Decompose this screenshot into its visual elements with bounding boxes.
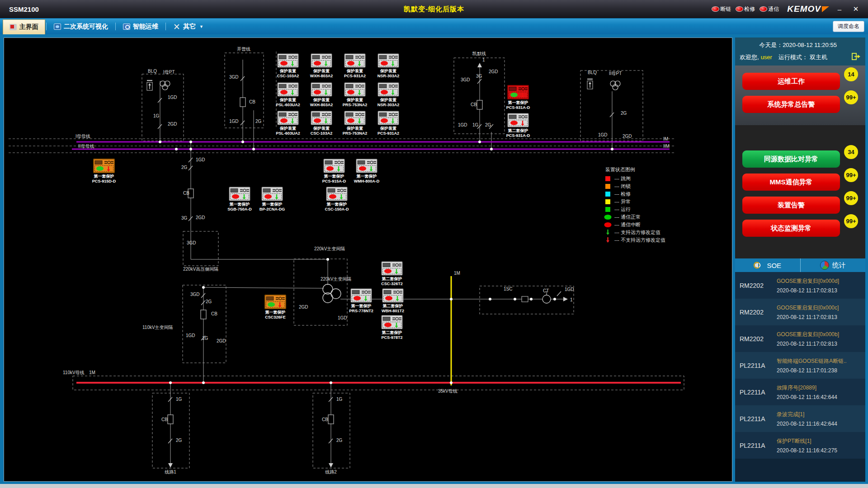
event-time: 2020-08-12 11:17:01:238 [777, 367, 863, 374]
event-row[interactable]: RM2202GOOSE重启复归[0x000c]2020-08-12 11:17:… [735, 299, 865, 325]
protection-device[interactable]: 保护装置CSC-103A2 [277, 54, 299, 78]
protection-device[interactable]: 保护装置WXH-803A2 [310, 83, 333, 107]
event-row[interactable]: RM2202GOOSE重启复归[0x000b]2020-08-12 11:17:… [735, 325, 865, 352]
device-model: CSC-103A2 [277, 74, 299, 78]
protection-device[interactable]: 第一套保护CSC-150A-D [325, 187, 349, 211]
alert-button-5[interactable]: 状态监测异常 [742, 220, 840, 237]
device-model: CSC-150A-D [325, 207, 349, 211]
junction-dot [489, 298, 491, 300]
diagram-label: 线路2 [325, 469, 337, 474]
junction-dot [530, 298, 533, 300]
diagram-label: 1GD [458, 122, 467, 127]
event-text: GOOSE重启复归[0x000b] [777, 331, 863, 338]
device-label: 第二套保护 [508, 128, 528, 133]
current-date: 今天是：2020-08-12 11:20:55 [740, 41, 861, 49]
event-row[interactable]: RM2202GOOSE重启复归[0x000d]2020-08-12 11:17:… [735, 272, 865, 299]
dispatch-naming-button[interactable]: 调度命名 [833, 21, 864, 32]
protection-device[interactable]: 第一套保护PRS-778NT2 [349, 289, 373, 313]
diagram-label: IM [663, 136, 668, 141]
protection-device[interactable]: 保护装置PSL-603UA2 [276, 83, 300, 107]
tab-main-screen[interactable]: 主界面 [3, 19, 45, 34]
event-device: PL2211A [735, 379, 777, 405]
alert-button-0[interactable]: 运维工作 [742, 73, 840, 90]
junction-dot [611, 148, 613, 150]
tab-soe[interactable]: SOE [735, 258, 801, 272]
event-text: 智能终端GOOSE链路A断链.. [777, 357, 863, 365]
protection-device[interactable]: 保护装置WXH-803A2 [310, 54, 333, 78]
menu-separator [115, 23, 116, 30]
device-label: 保护装置 [346, 98, 363, 102]
tab-secondary-visualization[interactable]: 二次系统可视化 [47, 19, 114, 34]
protection-device[interactable]: 第二套保护PCS-931A-D [506, 113, 530, 138]
main-screen-icon [9, 24, 17, 30]
protection-device[interactable]: 保护装置NSR-303A2 [377, 54, 400, 78]
alert-buttons-bottom: 同源数据比对异常34MMS通信异常99+装置告警99+状态监测异常99+ [735, 125, 865, 258]
diagram-label: 1GD [565, 287, 574, 292]
protection-device[interactable]: 保护装置PCS-931A2 [344, 54, 366, 78]
protection-device[interactable]: 保护装置PSL-603UA2 [276, 111, 300, 136]
protection-device[interactable]: 保护装置CSC-103A2 [311, 111, 333, 136]
legend-item-label: --- 通信中断 [614, 222, 641, 227]
diagram-label: II母PT [609, 71, 622, 76]
protection-device[interactable]: 第二套保护WBH-801T2 [382, 289, 404, 313]
tab-statistics[interactable]: 统计 [801, 258, 866, 272]
diagram-label: 1GD [168, 95, 177, 100]
device-model: PCS-931A2 [377, 131, 399, 136]
diagram-label: 3G [476, 74, 482, 79]
junction-dot [478, 141, 481, 143]
diagram-label: 3GD [190, 292, 200, 297]
diagram-label: 2G [485, 122, 491, 127]
device-label: 保护装置 [279, 98, 296, 102]
tab-smart-ops[interactable]: 智能运维 [117, 19, 165, 34]
alert-button-row: 同源数据比对异常34 [742, 150, 840, 168]
device-model: BP-2CNA-DG [259, 207, 285, 211]
device-model: WMH-800A-D [354, 179, 380, 183]
event-row[interactable]: PL2211A保护PT断线[1]2020-08-12 11:16:42:275 [735, 432, 865, 459]
protection-device[interactable]: 第一套保护PCS-931A-D [506, 85, 530, 110]
alert-button-4[interactable]: 装置告警 [742, 197, 840, 214]
minimize-button[interactable]: – [834, 5, 845, 13]
protection-device[interactable]: 第一套保护PCS-915A-D [322, 159, 346, 183]
protection-device[interactable]: 第一套保护SGB-750A-D [227, 187, 252, 211]
device-label: 保护装置 [313, 69, 330, 73]
alert-button-3[interactable]: MMS通信异常 [742, 174, 840, 191]
alert-button-1[interactable]: 系统异常总告警 [742, 96, 840, 113]
alert-button-row: 运维工作14 [742, 73, 840, 90]
event-device: PL2211A [735, 405, 777, 432]
diagram-label: 2GD [299, 305, 308, 310]
protection-device[interactable]: 保护装置PRS-753NA2 [343, 111, 368, 136]
logout-icon[interactable] [852, 53, 861, 61]
bay-box [225, 53, 264, 128]
device-model: PRS-753NA2 [343, 103, 368, 107]
diagram-label: 110kV母线 [63, 370, 85, 375]
protection-device[interactable]: 保护装置NSR-303A2 [377, 83, 400, 107]
device-label: 保护装置 [313, 126, 330, 131]
event-row[interactable]: PL2211A智能终端GOOSE链路A断链..2020-08-12 11:17:… [735, 352, 865, 379]
diagram-label: 3GD [461, 77, 470, 82]
tab-other[interactable]: 其它 ▼ [167, 19, 210, 34]
alert-button-2[interactable]: 同源数据比对异常 [742, 150, 840, 168]
junction-dot [252, 148, 255, 150]
protection-device[interactable]: 第一套保护WMH-800A-D [354, 159, 380, 183]
event-time: 2020-08-12 11:17:02:813 [777, 341, 863, 347]
welcome-label: 欢迎您, [740, 53, 759, 61]
event-text: GOOSE重启复归[0x000d] [777, 277, 863, 285]
legend-swatch [605, 176, 610, 181]
junction-dot [189, 141, 192, 143]
device-model: WXH-803A2 [310, 103, 333, 107]
diagram-label: I母PT [163, 70, 175, 75]
protection-device[interactable]: 保护装置PCS-931A2 [377, 111, 399, 136]
maintenance-led-icon [736, 6, 743, 12]
protection-device[interactable]: 第一套保护BP-2CNA-DG [259, 187, 285, 211]
close-button[interactable]: ✕ [850, 5, 862, 13]
protection-device[interactable]: 保护装置PRS-753NA2 [343, 83, 368, 107]
protection-device[interactable]: 第一套保护PCS-915D-D [92, 159, 116, 183]
protection-device[interactable]: 第一套保护CSC326FE [265, 295, 286, 319]
device-label: 第一套保护 [229, 202, 250, 206]
event-row[interactable]: PL2211A录波完成[1]2020-08-12 11:16:42:644 [735, 405, 865, 432]
protection-device[interactable]: 第二套保护CSC-326T2 [381, 262, 403, 286]
event-row[interactable]: PL2211A故障序号[20889]2020-08-12 11:16:42:64… [735, 379, 865, 405]
device-model: CSC326FE [265, 315, 286, 319]
pie-chart-icon [820, 261, 829, 270]
protection-device[interactable]: 第二套保护PCS-978T2 [381, 315, 402, 340]
